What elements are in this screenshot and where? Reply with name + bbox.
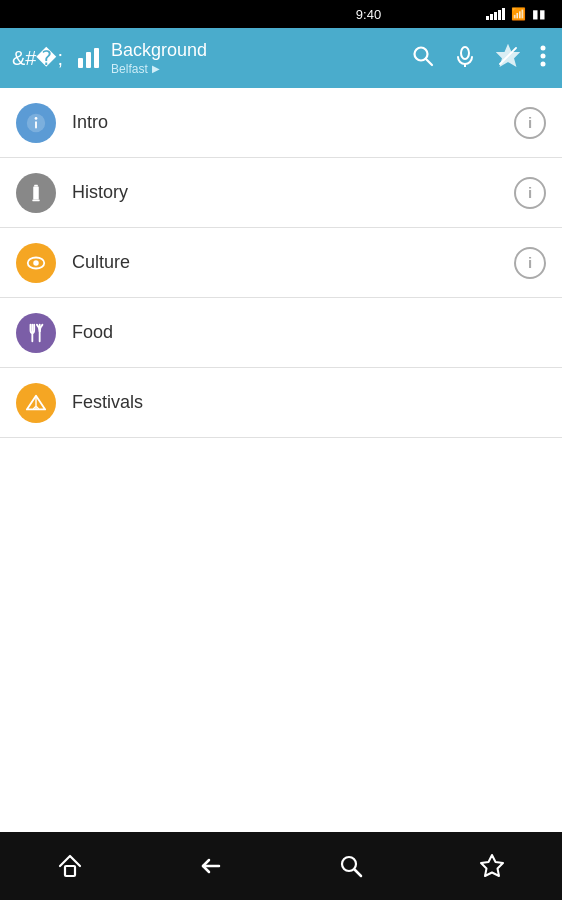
svg-point-19: [33, 260, 39, 266]
category-list: Intro i History i Culture i: [0, 88, 562, 438]
page-subtitle: Belfast ▶: [111, 62, 207, 76]
svg-point-13: [35, 117, 38, 120]
history-icon: [16, 173, 56, 213]
festivals-icon: [16, 383, 56, 423]
list-item[interactable]: Culture i: [0, 228, 562, 298]
bottom-navigation: [0, 832, 562, 900]
food-icon: [16, 313, 56, 353]
culture-info-button[interactable]: i: [514, 247, 546, 279]
svg-line-25: [355, 870, 362, 877]
svg-line-4: [426, 59, 432, 65]
mic-button[interactable]: [446, 37, 484, 80]
svg-rect-2: [94, 48, 99, 68]
more-button[interactable]: [532, 37, 554, 80]
app-logo-icon: [75, 44, 103, 72]
history-label: History: [72, 182, 514, 203]
top-bar: &#�; Background Belfast ▶: [0, 28, 562, 88]
status-time: 9:40: [251, 7, 486, 22]
list-item[interactable]: Intro i: [0, 88, 562, 158]
wifi-icon: 📶: [511, 7, 526, 21]
back-nav-button[interactable]: [181, 844, 241, 888]
svg-rect-1: [86, 52, 91, 68]
svg-rect-22: [65, 866, 75, 876]
svg-point-9: [541, 45, 546, 50]
search-nav-button[interactable]: [321, 844, 381, 888]
search-button[interactable]: [404, 37, 442, 80]
svg-point-11: [541, 61, 546, 66]
status-icons: 📶 ▮▮: [486, 7, 546, 21]
signal-icon: [486, 8, 505, 20]
list-item[interactable]: Food: [0, 298, 562, 368]
intro-label: Intro: [72, 112, 514, 133]
history-info-button[interactable]: i: [514, 177, 546, 209]
svg-rect-0: [78, 58, 83, 68]
svg-point-10: [541, 53, 546, 58]
svg-marker-26: [481, 855, 503, 876]
food-label: Food: [72, 322, 546, 343]
svg-point-5: [461, 47, 469, 59]
svg-rect-15: [34, 184, 38, 186]
list-item[interactable]: Festivals: [0, 368, 562, 438]
top-bar-actions: [404, 36, 554, 81]
page-title: Background: [111, 40, 207, 62]
festivals-label: Festivals: [72, 392, 546, 413]
culture-label: Culture: [72, 252, 514, 273]
intro-icon: [16, 103, 56, 143]
star-button[interactable]: [488, 36, 528, 81]
back-button[interactable]: &#�;: [8, 42, 67, 74]
svg-rect-14: [35, 121, 37, 128]
battery-icon: ▮▮: [532, 7, 546, 21]
culture-icon: [16, 243, 56, 283]
home-button[interactable]: [40, 844, 100, 888]
svg-rect-16: [33, 186, 39, 199]
intro-info-button[interactable]: i: [514, 107, 546, 139]
svg-rect-17: [32, 199, 39, 201]
favorites-button[interactable]: [462, 844, 522, 888]
status-bar: 9:40 📶 ▮▮: [0, 0, 562, 28]
list-item[interactable]: History i: [0, 158, 562, 228]
